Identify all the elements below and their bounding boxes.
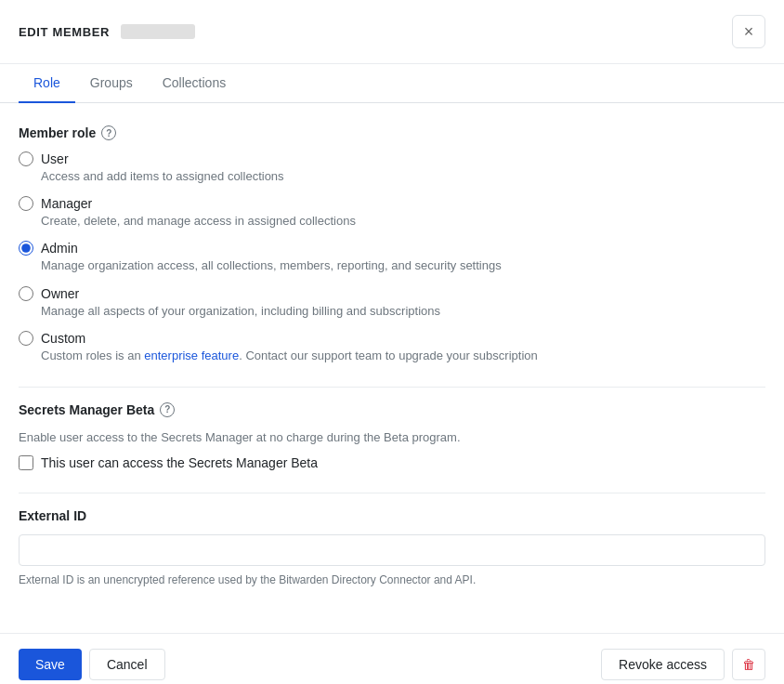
divider-1	[19, 387, 765, 388]
save-button[interactable]: Save	[19, 649, 82, 680]
revoke-access-button[interactable]: Revoke access	[601, 649, 725, 680]
role-radio-group: User Access and add items to assigned co…	[19, 151, 765, 364]
role-desc-custom: Custom roles is an enterprise feature. C…	[19, 348, 765, 364]
tab-role[interactable]: Role	[19, 64, 75, 103]
member-role-section: Member role ? User Access and add items …	[19, 125, 765, 364]
role-option-user: User Access and add items to assigned co…	[19, 151, 765, 185]
secrets-manager-label: Secrets Manager Beta ?	[19, 402, 765, 417]
modal-header: EDIT MEMBER ×	[0, 0, 784, 64]
secrets-checkbox-row: This user can access the Secrets Manager…	[19, 455, 765, 470]
cancel-button[interactable]: Cancel	[89, 649, 165, 680]
tab-collections[interactable]: Collections	[148, 64, 241, 103]
close-button[interactable]: ×	[732, 15, 765, 48]
divider-2	[19, 493, 765, 493]
secrets-checkbox-label: This user can access the Secrets Manager…	[41, 455, 318, 470]
role-option-admin: Admin Manage organization access, all co…	[19, 241, 765, 274]
modal-overlay: EDIT MEMBER × Role Groups Collections Me…	[0, 0, 784, 684]
secrets-checkbox[interactable]	[19, 455, 33, 470]
secrets-manager-help-icon[interactable]: ?	[160, 402, 175, 417]
tab-groups[interactable]: Groups	[75, 64, 148, 103]
external-id-input[interactable]	[19, 534, 765, 566]
role-label-owner: Owner	[41, 286, 79, 301]
secrets-manager-desc: Enable user access to the Secrets Manage…	[19, 428, 765, 447]
secrets-manager-section: Secrets Manager Beta ? Enable user acces…	[19, 402, 765, 471]
role-radio-manager[interactable]	[19, 196, 33, 211]
role-option-owner: Owner Manage all aspects of your organiz…	[19, 286, 765, 320]
external-id-desc: External ID is an unencrypted reference …	[19, 572, 765, 588]
role-desc-user: Access and add items to assigned collect…	[19, 168, 765, 185]
modal-footer: Save Cancel Revoke access 🗑	[0, 633, 784, 684]
role-radio-admin[interactable]	[19, 241, 33, 256]
external-id-label: External ID	[19, 508, 765, 523]
member-name-placeholder	[121, 24, 195, 39]
member-role-label: Member role ?	[19, 125, 765, 140]
role-option-custom: Custom Custom roles is an enterprise fea…	[19, 331, 765, 364]
modal-tabs: Role Groups Collections	[0, 64, 784, 103]
role-radio-user[interactable]	[19, 151, 33, 166]
trash-icon: 🗑	[742, 657, 755, 672]
modal-title-area: EDIT MEMBER	[19, 24, 195, 39]
role-option-manager: Manager Create, delete, and manage acces…	[19, 196, 765, 230]
role-label-manager: Manager	[41, 196, 92, 211]
role-label-custom: Custom	[41, 331, 85, 346]
role-label-admin: Admin	[41, 241, 78, 256]
delete-button[interactable]: 🗑	[732, 649, 765, 680]
footer-right-actions: Revoke access 🗑	[601, 649, 765, 680]
role-radio-owner[interactable]	[19, 286, 33, 301]
role-label-user: User	[41, 151, 69, 166]
footer-left-actions: Save Cancel	[19, 649, 165, 680]
external-id-section: External ID External ID is an unencrypte…	[19, 508, 765, 588]
role-desc-admin: Manage organization access, all collecti…	[19, 257, 765, 274]
role-desc-manager: Create, delete, and manage access in ass…	[19, 213, 765, 230]
edit-member-modal: EDIT MEMBER × Role Groups Collections Me…	[0, 0, 784, 684]
role-desc-owner: Manage all aspects of your organization,…	[19, 303, 765, 320]
role-radio-custom[interactable]	[19, 331, 33, 346]
member-role-help-icon[interactable]: ?	[101, 125, 116, 140]
enterprise-link[interactable]: enterprise feature	[144, 349, 239, 362]
modal-body: Member role ? User Access and add items …	[0, 103, 784, 633]
modal-title: EDIT MEMBER	[19, 25, 110, 39]
